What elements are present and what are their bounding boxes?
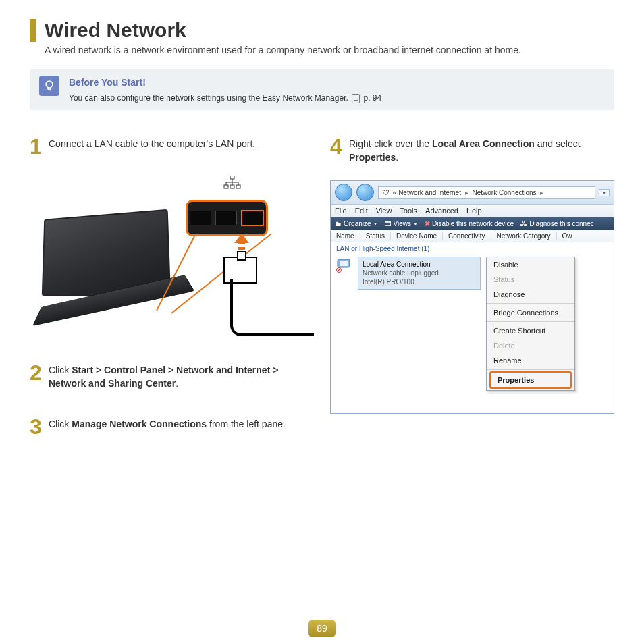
- callout-page-ref: p. 94: [363, 93, 381, 103]
- breadcrumb-separator-icon: ▸: [465, 189, 468, 196]
- ctx-shortcut[interactable]: Create Shortcut: [487, 323, 574, 338]
- svg-point-0: [46, 81, 53, 88]
- breadcrumb-segment: Network Connections: [473, 189, 537, 196]
- toolbar-organize[interactable]: 🖿Organize▼: [335, 220, 378, 227]
- ctx-properties-highlighted[interactable]: Properties: [489, 371, 572, 389]
- col-name[interactable]: Name: [331, 232, 360, 240]
- connection-icon: [336, 258, 354, 273]
- ctx-diagnose[interactable]: Diagnose: [487, 287, 574, 302]
- col-category[interactable]: Network Category: [491, 232, 557, 240]
- views-icon: 🗔: [385, 220, 392, 227]
- col-connectivity[interactable]: Connectivity: [443, 232, 491, 240]
- window-menubar: File Edit View Tools Advanced Help: [331, 205, 614, 217]
- step-2: 2 Click Start > Control Panel > Network …: [30, 363, 314, 391]
- svg-rect-14: [340, 261, 348, 266]
- svg-rect-9: [230, 185, 234, 188]
- ctx-status: Status: [487, 272, 574, 287]
- toolbar-views[interactable]: 🗔Views▼: [385, 220, 418, 227]
- step-4: 4 Right-click over the Local Area Connec…: [330, 137, 614, 165]
- port-zoom-callout: [186, 200, 268, 236]
- menu-advanced[interactable]: Advanced: [425, 207, 458, 215]
- ctx-separator: [487, 303, 574, 304]
- network-connections-window: 🛡 « Network and Internet ▸ Network Conne…: [330, 180, 614, 414]
- network-port-icon: [223, 176, 241, 192]
- step-number: 1: [30, 137, 43, 157]
- lan-cable-line: [230, 279, 314, 336]
- col-device[interactable]: Device Name: [391, 232, 443, 240]
- svg-rect-10: [236, 185, 240, 188]
- lan-port-highlighted: [241, 210, 264, 226]
- section-lan: LAN or High-Speed Internet (1): [331, 242, 614, 255]
- step-text: Connect a LAN cable to the computer's LA…: [49, 137, 255, 157]
- col-status[interactable]: Status: [360, 232, 391, 240]
- page-subtitle: A wired network is a network environment…: [45, 45, 614, 55]
- step-text: Right-click over the Local Area Connecti…: [349, 137, 614, 165]
- chevron-down-icon: ▼: [373, 221, 378, 226]
- callout-text-pre: You can also configure the network setti…: [69, 93, 350, 103]
- title-accent-bar: [30, 19, 36, 42]
- chevron-down-icon: ▼: [413, 221, 418, 226]
- step-1: 1 Connect a LAN cable to the computer's …: [30, 137, 314, 157]
- window-toolbar: 🖿Organize▼ 🗔Views▼ ✖Disable this network…: [331, 217, 614, 230]
- toolbar-diagnose[interactable]: 🖧Diagnose this connec: [520, 220, 594, 227]
- callout-text: You can also configure the network setti…: [69, 93, 381, 103]
- context-menu: Disable Status Diagnose Bridge Connectio…: [486, 257, 575, 391]
- step-number: 3: [30, 417, 43, 437]
- page-number: 89: [308, 620, 336, 637]
- connection-status: Network cable unplugged: [363, 269, 476, 277]
- nav-back-button[interactable]: [335, 184, 352, 201]
- menu-edit[interactable]: Edit: [355, 207, 368, 215]
- diagnose-icon: 🖧: [520, 220, 527, 227]
- ctx-separator: [487, 369, 574, 370]
- breadcrumb-segment: Network and Internet: [398, 189, 461, 196]
- menu-help[interactable]: Help: [466, 207, 482, 215]
- window-titlebar: 🛡 « Network and Internet ▸ Network Conne…: [331, 181, 614, 205]
- col-owner[interactable]: Ow: [557, 232, 578, 240]
- port-slot: [215, 211, 237, 225]
- connection-device: Intel(R) PRO/100: [363, 277, 476, 286]
- laptop-illustration: [30, 173, 314, 343]
- connection-name: Local Area Connection: [363, 260, 476, 269]
- disable-x-icon: ✖: [425, 220, 430, 227]
- ctx-delete: Delete: [487, 338, 574, 353]
- lightbulb-icon: [39, 76, 59, 96]
- step-number: 4: [330, 137, 344, 165]
- local-area-connection-item[interactable]: Local Area Connection Network cable unpl…: [358, 257, 481, 290]
- callout-title: Before You Start!: [69, 77, 381, 88]
- ctx-disable[interactable]: Disable: [487, 257, 574, 272]
- port-slot: [190, 211, 211, 225]
- svg-rect-2: [230, 176, 234, 179]
- breadcrumb-dropdown[interactable]: ▾: [599, 189, 610, 196]
- svg-rect-8: [224, 185, 228, 188]
- before-you-start-callout: Before You Start! You can also configure…: [30, 69, 614, 110]
- column-headers: Name Status Device Name Connectivity Net…: [331, 230, 614, 242]
- toolbar-disable-device[interactable]: ✖Disable this network device: [425, 220, 514, 227]
- ctx-rename[interactable]: Rename: [487, 353, 574, 368]
- step-text: Click Manage Network Connections from th…: [49, 417, 286, 437]
- page-ref-icon: [352, 94, 360, 103]
- step-3: 3 Click Manage Network Connections from …: [30, 417, 314, 437]
- step-text: Click Start > Control Panel > Network an…: [49, 363, 314, 391]
- folder-icon: 🖿: [335, 220, 342, 227]
- shield-icon: 🛡: [383, 189, 390, 196]
- breadcrumb-separator-icon: ▸: [540, 189, 543, 196]
- nav-forward-button[interactable]: [356, 184, 374, 201]
- step-number: 2: [30, 363, 43, 391]
- menu-view[interactable]: View: [376, 207, 392, 215]
- menu-tools[interactable]: Tools: [400, 207, 417, 215]
- menu-file[interactable]: File: [335, 207, 347, 215]
- ctx-separator: [487, 321, 574, 322]
- address-breadcrumb[interactable]: 🛡 « Network and Internet ▸ Network Conne…: [378, 186, 595, 199]
- ctx-bridge[interactable]: Bridge Connections: [487, 305, 574, 320]
- title-row: Wired Network: [30, 19, 614, 42]
- page-title: Wired Network: [45, 19, 186, 42]
